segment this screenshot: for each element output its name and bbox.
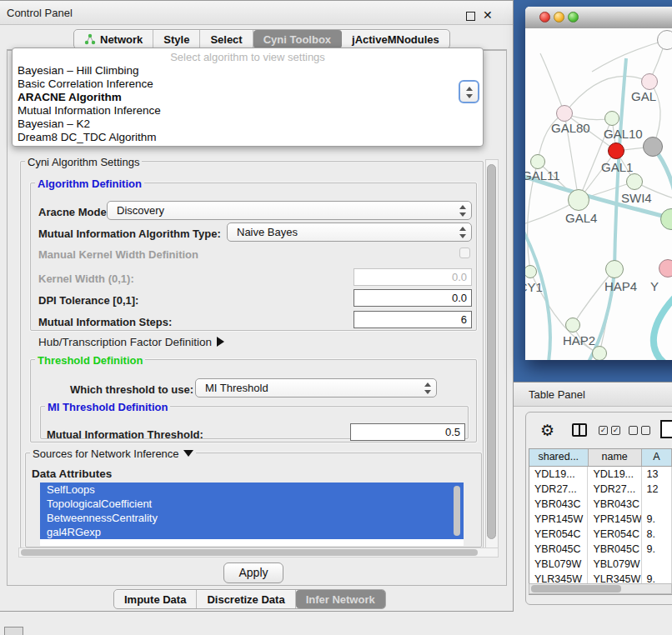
data-attributes-list[interactable]: SelfLoopsTopologicalCoefficientBetweenne…	[40, 482, 464, 546]
algorithm-option-bayesian-k2[interactable]: Bayesian – K2	[18, 118, 90, 130]
combo-focus-fragment[interactable]	[459, 80, 479, 103]
combo-arrows-icon	[459, 205, 466, 217]
network-node[interactable]	[657, 30, 672, 50]
tab-impute-data[interactable]: Impute Data	[114, 590, 197, 608]
algorithm-option-aracne-algorithm[interactable]: ARACNE Algorithm	[18, 91, 122, 103]
table-row[interactable]: YBR043CYBR043C	[529, 497, 672, 512]
tab-infer-network[interactable]: Infer Network	[296, 590, 385, 608]
network-node-hap4[interactable]	[605, 260, 624, 278]
network-node[interactable]	[660, 208, 672, 230]
column-header-a[interactable]: A	[642, 449, 672, 466]
network-node-gal4[interactable]	[568, 189, 589, 211]
columns-icon[interactable]	[572, 423, 587, 437]
network-node-hap2[interactable]	[565, 318, 580, 332]
algorithm-definition-title: Algorithm Definition	[35, 178, 144, 190]
table-cell: YBL079W	[588, 557, 641, 572]
sources-title[interactable]: Sources for Network Inference	[30, 448, 196, 460]
aracne-mode-label: Aracne Mode:	[38, 206, 110, 218]
control-panel-tabs: NetworkStyleSelectCyni ToolboxjActiveMNo…	[73, 29, 450, 49]
bottom-tabs: Impute DataDiscretize DataInfer Network	[113, 589, 386, 609]
aracne-mode-combobox[interactable]: Discovery	[107, 201, 472, 220]
kernel-width-label: Kernel Width (0,1):	[38, 272, 134, 285]
network-node-gal[interactable]	[641, 73, 658, 90]
zoom-traffic-light-icon[interactable]	[568, 12, 579, 22]
minimize-traffic-light-icon[interactable]	[554, 12, 564, 22]
apply-button[interactable]: Apply	[223, 562, 283, 583]
algorithm-option-bayesian-hill-climbing[interactable]: Bayesian – Hill Climbing	[18, 64, 139, 77]
table-cell: YDR27...	[529, 482, 588, 497]
attribute-item-selfloops[interactable]: SelfLoops	[40, 482, 464, 497]
combo-arrows-icon	[424, 382, 431, 394]
close-traffic-light-icon[interactable]	[539, 12, 550, 22]
network-node-gal1[interactable]	[608, 142, 624, 159]
table-row[interactable]: YDL19...YDL19...13	[529, 467, 672, 482]
table-panel-title: Table Panel	[529, 388, 585, 401]
attribute-item-topologicalcoefficient[interactable]: TopologicalCoefficient	[40, 497, 464, 511]
tab-network[interactable]: Network	[74, 30, 153, 48]
tab-label: Network	[100, 33, 143, 46]
mi-steps-field[interactable]: 6	[354, 311, 472, 328]
column-header-shared[interactable]: shared...	[529, 449, 589, 466]
algorithm-option-dream8-dc-tdc-algorithm[interactable]: Dream8 DC_TDC Algorithm	[18, 131, 157, 143]
node-label-hap2: HAP2	[563, 333, 595, 348]
select-all-checkbox-icon[interactable]: ✓	[599, 426, 608, 435]
dpi-tolerance-field[interactable]: 0.0	[354, 289, 472, 307]
mi-threshold-title: MI Threshold Definition	[45, 401, 170, 413]
algorithm-option-mutual-information-inference[interactable]: Mutual Information Inference	[18, 104, 161, 117]
attribute-item-gal4rgexp[interactable]: gal4RGexp	[40, 525, 464, 539]
algorithm-option-basic-correlation-inference[interactable]: Basic Correlation Inference	[18, 78, 153, 90]
table-row[interactable]: YPR145WYPR145W9.	[529, 512, 672, 527]
deselect-all-checkbox-icon[interactable]	[629, 426, 638, 435]
table-cell: YPR145W	[588, 512, 641, 527]
mi-threshold-field[interactable]: 0.5	[350, 423, 465, 441]
network-node-gal10[interactable]	[604, 111, 619, 126]
deselect-all-checkbox-icon[interactable]	[641, 426, 650, 435]
network-node-gcy1[interactable]	[525, 265, 537, 278]
network-node-y[interactable]	[659, 259, 672, 278]
gear-icon[interactable]: ⚙	[540, 421, 554, 440]
minimized-panel-icon[interactable]	[4, 627, 23, 635]
node-label-gal1: GAL1	[601, 160, 633, 174]
tab-cyni-toolbox[interactable]: Cyni Toolbox	[253, 30, 342, 48]
table-hscrollbar-thumb[interactable]	[531, 585, 621, 592]
settings-hscrollbar-thumb[interactable]	[21, 549, 478, 556]
network-node[interactable]	[592, 346, 607, 360]
tab-select[interactable]: Select	[200, 30, 253, 48]
network-node-gal11[interactable]	[530, 154, 545, 169]
export-table-icon[interactable]	[660, 420, 672, 438]
table-row[interactable]: YBL079WYBL079W	[529, 557, 672, 572]
table-row[interactable]: YDR27...YDR27...12	[529, 482, 672, 497]
close-icon[interactable]: ✕	[483, 8, 493, 22]
network-window-titlebar	[525, 7, 672, 29]
tab-discretize-data[interactable]: Discretize Data	[197, 590, 295, 608]
mi-type-label: Mutual Information Algorithm Type:	[38, 228, 221, 240]
which-threshold-combobox[interactable]: MI Threshold	[195, 378, 437, 398]
network-node-gal80[interactable]	[556, 105, 573, 122]
float-window-icon[interactable]	[466, 12, 475, 21]
column-header-name[interactable]: name	[589, 449, 642, 466]
attribute-item-betweennesscentrality[interactable]: BetweennessCentrality	[40, 511, 464, 525]
network-node-swi4[interactable]	[626, 173, 643, 190]
select-all-checkbox-icon[interactable]: ✓	[611, 426, 620, 435]
control-panel-titlebar: Control Panel ✕	[0, 1, 513, 25]
settings-vscrollbar-thumb[interactable]	[487, 164, 496, 539]
tab-label: Style	[163, 33, 189, 46]
kernel-width-field[interactable]: 0.0	[354, 268, 472, 286]
manual-kernel-checkbox[interactable]	[459, 248, 470, 258]
network-icon	[84, 33, 96, 45]
attributes-list-scrollbar[interactable]	[454, 486, 460, 536]
tab-jactivemnodules[interactable]: jActiveMNodules	[342, 30, 449, 48]
sources-title-label: Sources for Network Inference	[33, 448, 179, 460]
table-row[interactable]: YBR045CYBR045C9.	[529, 542, 672, 557]
tab-style[interactable]: Style	[153, 30, 200, 48]
network-canvas[interactable]: GALGAL80GAL10GAL1GAL11SWI4GAL4GCY1HAP4YH…	[525, 28, 672, 360]
collapse-arrow-icon	[183, 450, 193, 457]
network-node[interactable]	[643, 137, 663, 157]
table-cell: YBR043C	[588, 497, 641, 512]
mi-type-combobox[interactable]: Naive Bayes	[227, 222, 472, 242]
table-row[interactable]: YER054CYER054C8.	[529, 527, 672, 542]
hub-definition-expander[interactable]: Hub/Transcription Factor Definition	[38, 336, 224, 348]
data-attributes-label: Data Attributes	[32, 468, 112, 480]
node-attribute-table[interactable]: shared...nameAYDL19...YDL19...13YDR27...…	[529, 448, 672, 595]
table-cell: 8.	[642, 527, 672, 542]
